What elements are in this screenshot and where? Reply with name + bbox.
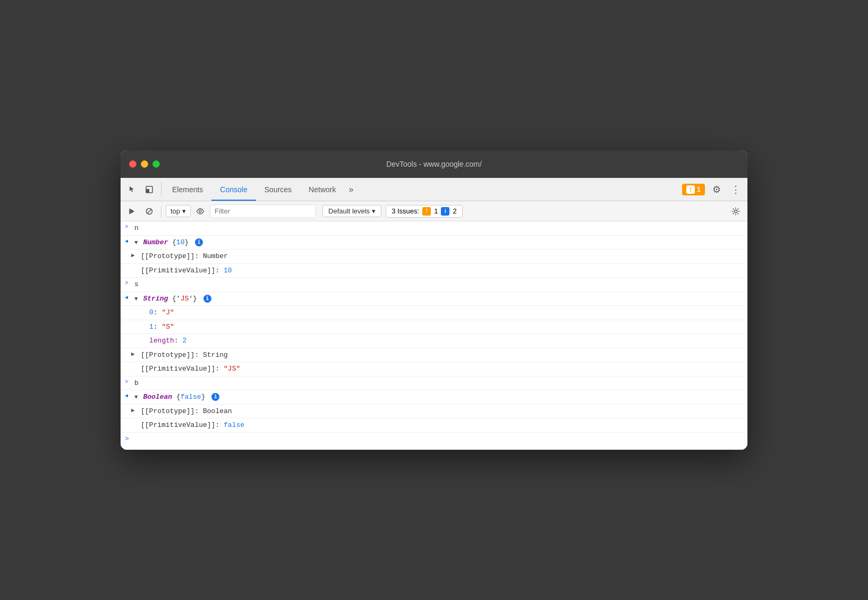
boolean-primitive-row: [[PrimitiveValue]]: false bbox=[121, 418, 747, 433]
boolean-primitive-value: [[PrimitiveValue]]: false bbox=[141, 420, 743, 431]
eye-icon[interactable] bbox=[193, 204, 208, 219]
cursor-icon[interactable] bbox=[125, 182, 140, 197]
tab-network[interactable]: Network bbox=[300, 178, 344, 201]
console-entry-s-input: > s bbox=[121, 278, 747, 292]
tab-sources[interactable]: Sources bbox=[256, 178, 300, 201]
string-obj-header: ▼ String {'JS'} i bbox=[134, 294, 743, 304]
filter-input[interactable] bbox=[210, 204, 316, 218]
warn-icon: ! bbox=[422, 207, 431, 216]
console-prompt: > bbox=[121, 433, 747, 445]
expand-arrow-bp[interactable]: ▶ bbox=[131, 406, 141, 414]
issues-count[interactable]: 3 Issues: ! 1 i 2 bbox=[386, 205, 463, 218]
empty-arrow-len bbox=[140, 336, 149, 336]
traffic-lights bbox=[129, 160, 160, 168]
console-entry-b-input: > b bbox=[121, 376, 747, 391]
more-options-button[interactable]: ⋮ bbox=[728, 182, 743, 197]
string-index1: 1: "S" bbox=[149, 322, 743, 332]
number-primitive-value: [[PrimitiveValue]]: 10 bbox=[141, 265, 743, 276]
output-arrow: ◀ bbox=[125, 237, 134, 244]
tab-elements[interactable]: Elements bbox=[164, 178, 211, 201]
prompt-arrow: > bbox=[125, 435, 129, 443]
exclamation-icon: ! bbox=[686, 185, 695, 194]
expand-arrow-sp[interactable]: ▶ bbox=[131, 350, 141, 357]
svg-marker-2 bbox=[130, 209, 134, 214]
number-obj-header: ▼ Number {10} i bbox=[134, 237, 743, 248]
svg-point-7 bbox=[735, 210, 737, 212]
svg-point-6 bbox=[199, 210, 201, 212]
console-settings-button[interactable] bbox=[728, 204, 743, 219]
tabbar-right: ! 1 ⚙ ⋮ bbox=[682, 182, 743, 197]
string-primitive-row: [[PrimitiveValue]]: "JS" bbox=[121, 362, 747, 376]
empty-arrow-1 bbox=[140, 322, 149, 322]
console-toolbar: top ▾ Default levels ▾ 3 Issues: ! 1 i 2 bbox=[121, 201, 747, 221]
toolbar-icons bbox=[125, 182, 161, 197]
empty-arrow-bpv bbox=[131, 420, 141, 421]
svg-rect-3 bbox=[129, 209, 130, 214]
string-prototype: [[Prototype]]: String bbox=[141, 350, 743, 361]
expand-triangle-s[interactable]: ▼ bbox=[134, 295, 138, 304]
input-n: n bbox=[134, 223, 743, 234]
expand-triangle-b[interactable]: ▼ bbox=[134, 393, 138, 402]
class-name-number: Number bbox=[143, 238, 168, 246]
more-tabs-button[interactable]: » bbox=[344, 185, 358, 194]
tab-console[interactable]: Console bbox=[211, 178, 256, 201]
issues-badge[interactable]: ! 1 bbox=[682, 184, 705, 195]
number-prototype: [[Prototype]]: Number bbox=[141, 251, 743, 262]
devtools-window: DevTools - www.google.com/ Elements Cons bbox=[121, 150, 747, 450]
string-primitive-value: [[PrimitiveValue]]: "JS" bbox=[141, 364, 743, 374]
svg-rect-1 bbox=[146, 189, 149, 193]
boolean-obj-header: ▼ Boolean {false} i bbox=[134, 392, 743, 402]
info-circle-string[interactable]: i bbox=[203, 295, 211, 303]
tabs: Elements Console Sources Network » bbox=[164, 178, 682, 201]
class-name-boolean: Boolean bbox=[143, 393, 172, 401]
console-entry-n-input: > n bbox=[121, 221, 747, 236]
output-arrow-s: ◀ bbox=[125, 294, 134, 301]
string-prototype-row: ▶ [[Prototype]]: String bbox=[121, 348, 747, 363]
number-primitive-row: [[PrimitiveValue]]: 10 bbox=[121, 264, 747, 278]
separator bbox=[161, 206, 161, 217]
input-arrow-b: > bbox=[125, 378, 134, 385]
empty-arrow-pv bbox=[131, 364, 141, 364]
dock-icon[interactable] bbox=[142, 182, 157, 197]
output-arrow-b: ◀ bbox=[125, 392, 134, 399]
class-name-string: String bbox=[143, 295, 168, 303]
svg-line-5 bbox=[147, 209, 151, 213]
boolean-prototype-row: ▶ [[Prototype]]: Boolean bbox=[121, 405, 747, 419]
console-entry-string-header: ◀ ▼ String {'JS'} i bbox=[121, 292, 747, 306]
expand-arrow[interactable]: ▶ bbox=[131, 251, 141, 259]
info-circle-number[interactable]: i bbox=[195, 238, 203, 246]
console-entry-number-header: ◀ ▼ Number {10} i bbox=[121, 236, 747, 250]
string-length: length: 2 bbox=[149, 336, 743, 346]
context-selector[interactable]: top ▾ bbox=[166, 205, 191, 217]
info-icon: i bbox=[441, 207, 449, 216]
string-index1-row: 1: "S" bbox=[121, 320, 747, 335]
expand-triangle[interactable]: ▼ bbox=[134, 238, 138, 247]
tab-bar: Elements Console Sources Network » ! 1 ⚙ bbox=[121, 178, 747, 201]
info-circle-boolean[interactable]: i bbox=[211, 393, 219, 401]
settings-button[interactable]: ⚙ bbox=[709, 182, 724, 197]
close-button[interactable] bbox=[129, 160, 137, 168]
input-arrow: > bbox=[125, 223, 134, 230]
maximize-button[interactable] bbox=[152, 160, 160, 168]
boolean-prototype: [[Prototype]]: Boolean bbox=[141, 406, 743, 417]
minimize-button[interactable] bbox=[141, 160, 148, 168]
titlebar: DevTools - www.google.com/ bbox=[121, 150, 747, 178]
string-length-row: length: 2 bbox=[121, 334, 747, 348]
block-icon[interactable] bbox=[142, 204, 157, 219]
string-index0-row: 0: "J" bbox=[121, 306, 747, 320]
input-b: b bbox=[134, 378, 743, 389]
run-icon[interactable] bbox=[125, 204, 140, 219]
input-arrow-s: > bbox=[125, 279, 134, 286]
console-entry-boolean-header: ◀ ▼ Boolean {false} i bbox=[121, 390, 747, 405]
empty-arrow-0 bbox=[140, 307, 149, 308]
number-prototype-row: ▶ [[Prototype]]: Number bbox=[121, 250, 747, 264]
window-title: DevTools - www.google.com/ bbox=[386, 160, 482, 168]
input-s: s bbox=[134, 279, 743, 290]
empty-arrow bbox=[131, 265, 141, 266]
string-index0: 0: "J" bbox=[149, 307, 743, 318]
console-output: > n ◀ ▼ Number {10} i ▶ [[Prototype]]: N… bbox=[121, 221, 747, 450]
log-levels-selector[interactable]: Default levels ▾ bbox=[322, 205, 381, 217]
